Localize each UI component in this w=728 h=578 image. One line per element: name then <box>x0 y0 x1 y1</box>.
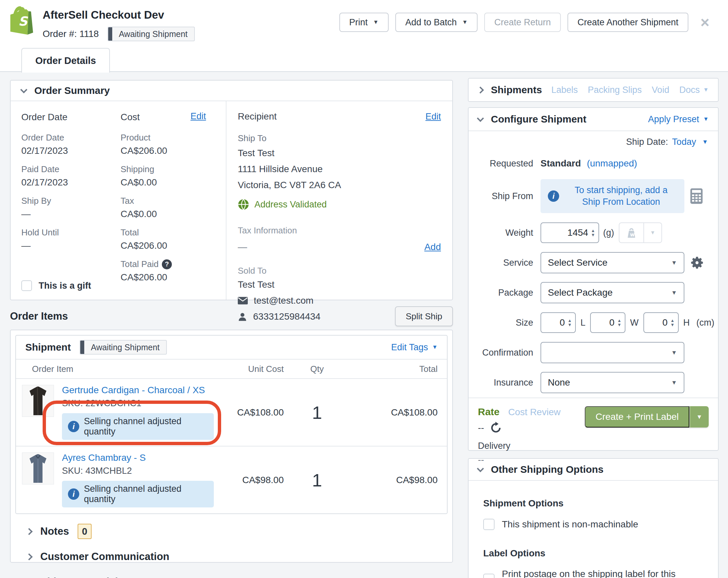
labels-link[interactable]: Labels <box>551 85 578 95</box>
order-summary-card: Order Summary Order Date Order Date02/17… <box>10 80 453 300</box>
docs-link[interactable]: Docs ▼ <box>679 85 709 95</box>
close-icon[interactable]: × <box>700 15 709 30</box>
add-to-batch-button[interactable]: Add to Batch ▼ <box>395 12 477 32</box>
split-ship-button[interactable]: Split Ship <box>395 306 453 326</box>
shipment-label: Shipment <box>25 342 71 353</box>
create-another-shipment-button[interactable]: Create Another Shipment <box>568 12 688 32</box>
shipment-activity-toggle[interactable]: Shipment Activity <box>11 569 452 578</box>
ship-from-notice[interactable]: i To start shipping, add a Ship From Loc… <box>541 179 684 213</box>
product-sku: SKU: 22WCDCHC1 <box>62 398 214 409</box>
help-icon[interactable]: ? <box>162 259 172 269</box>
edit-recipient-link[interactable]: Edit <box>425 111 441 122</box>
chevron-down-icon[interactable] <box>477 115 484 122</box>
scale-dropdown-button[interactable]: ▼ <box>644 222 662 243</box>
shipments-title: Shipments <box>491 84 542 96</box>
recipient-column: Recipient Edit Ship To Test Test 1111 Hi… <box>227 101 452 300</box>
size-unit: (cm) <box>696 318 714 328</box>
rate-label: Rate <box>478 406 499 418</box>
tab-order-details[interactable]: Order Details <box>21 48 110 73</box>
shipment-status-badge: Awaiting Shipment <box>80 340 167 354</box>
non-machinable-checkbox[interactable] <box>483 519 495 530</box>
gear-icon[interactable] <box>691 256 704 270</box>
other-shipping-options-title: Other Shipping Options <box>491 464 603 475</box>
create-return-button[interactable]: Create Return <box>484 12 561 32</box>
create-print-label-button[interactable]: Create + Print Label <box>585 406 690 427</box>
notes-count-badge: 0 <box>78 524 92 539</box>
unmapped-link[interactable]: (unmapped) <box>587 158 637 168</box>
caret-down-icon: ▼ <box>703 86 709 93</box>
caret-down-icon: ▼ <box>671 349 677 356</box>
print-postage-label: Print postage on the shipping label for … <box>502 569 709 578</box>
add-tax-link[interactable]: Add <box>424 242 441 253</box>
stepper-arrows-icon[interactable]: ▲▼ <box>568 318 572 327</box>
size-width-input[interactable] <box>593 317 615 328</box>
insurance-select[interactable]: None ▼ <box>541 372 684 393</box>
globe-icon <box>238 199 249 210</box>
table-row: Ayres Chambray - S SKU: 43MCHBL2 i Selli… <box>16 446 447 514</box>
print-postage-checkbox[interactable] <box>483 574 495 578</box>
order-summary-header[interactable]: Order Summary <box>11 81 452 101</box>
stepper-arrows-icon[interactable]: ▲▼ <box>591 229 595 237</box>
edit-tags-link[interactable]: Edit Tags ▼ <box>391 342 438 352</box>
chevron-down-icon[interactable] <box>477 465 484 472</box>
order-items-card: Shipment Awaiting Shipment Edit Tags ▼ O… <box>10 330 453 563</box>
create-label-dropdown-button[interactable]: ▼ <box>690 406 709 427</box>
quantity: 1 <box>284 402 350 423</box>
gift-checkbox[interactable] <box>21 280 32 291</box>
table-row: Gertrude Cardigan - Charcoal / XS SKU: 2… <box>16 378 447 446</box>
caret-down-icon: ▼ <box>462 19 468 26</box>
package-select[interactable]: Select Package ▼ <box>541 282 684 303</box>
order-date-column: Order Date Order Date02/17/2023 Paid Dat… <box>11 101 121 300</box>
ship-date-value[interactable]: Today <box>672 137 696 147</box>
void-link[interactable]: Void <box>652 85 669 95</box>
caret-down-icon: ▼ <box>696 414 702 421</box>
order-summary-title: Order Summary <box>34 85 110 96</box>
other-shipping-options-card: Other Shipping Options Shipment Options … <box>468 458 719 578</box>
caret-down-icon: ▼ <box>671 379 677 386</box>
unit-cost: CA$98.00 <box>214 475 284 485</box>
product-link[interactable]: Gertrude Cardigan - Charcoal / XS <box>62 385 214 396</box>
shipment-options-header: Shipment Options <box>483 498 709 509</box>
size-height-input[interactable] <box>646 317 668 328</box>
gift-label: This is a gift <box>38 281 91 291</box>
refresh-icon[interactable] <box>490 421 502 434</box>
calculator-icon[interactable] <box>691 188 704 204</box>
caret-down-icon: ▼ <box>703 116 709 123</box>
packing-slips-link[interactable]: Packing Slips <box>588 85 642 95</box>
stepper-arrows-icon[interactable]: ▲▼ <box>617 318 621 327</box>
quantity: 1 <box>284 470 350 491</box>
product-link[interactable]: Ayres Chambray - S <box>62 452 214 463</box>
rate-section: Rate Cost Review -- Delivery -- <box>469 397 718 473</box>
shipments-card: Shipments Labels Packing Slips Void Docs… <box>468 78 719 102</box>
tax-value: — <box>238 242 247 253</box>
service-select[interactable]: Select Service ▼ <box>541 252 684 273</box>
cost-review-link[interactable]: Cost Review <box>508 407 561 418</box>
product-image <box>22 452 54 484</box>
info-icon: i <box>548 190 559 202</box>
weight-input[interactable] <box>543 228 588 238</box>
ship-to-address2: Victoria, BC V8T 2A6 CA <box>238 179 441 191</box>
order-status-badge: Awaiting Shipment <box>108 27 195 41</box>
chevron-right-icon <box>26 553 33 560</box>
address-validated-text: Address Validated <box>255 200 327 210</box>
notes-section-toggle[interactable]: Notes 0 <box>11 519 452 544</box>
unit-cost: CA$108.00 <box>214 407 284 418</box>
stepper-arrows-icon[interactable]: ▲▼ <box>670 318 675 327</box>
chevron-right-icon[interactable] <box>477 86 484 93</box>
ship-to-address1: 1111 Hillside Avenue <box>238 163 441 176</box>
caret-down-icon: ▼ <box>650 230 655 236</box>
size-length-input[interactable] <box>543 317 565 328</box>
confirmation-select[interactable]: ▼ <box>541 342 684 363</box>
ship-date-label: Ship Date: <box>626 137 668 147</box>
sold-to-name: Test Test <box>238 279 441 290</box>
print-button[interactable]: Print ▼ <box>339 12 389 32</box>
scale-read-button[interactable]: w <box>619 222 644 243</box>
order-number: Order #: 1118 <box>43 29 99 39</box>
edit-cost-link[interactable]: Edit <box>190 111 206 121</box>
badge-bar <box>80 341 84 354</box>
order-details-page: S AfterSell Checkout Dev Order #: 1118 A… <box>0 0 728 578</box>
apply-preset-link[interactable]: Apply Preset ▼ <box>648 114 709 125</box>
caret-down-icon[interactable]: ▼ <box>702 138 708 146</box>
customer-communication-toggle[interactable]: Customer Communication <box>11 544 452 569</box>
caret-down-icon: ▼ <box>671 259 677 266</box>
